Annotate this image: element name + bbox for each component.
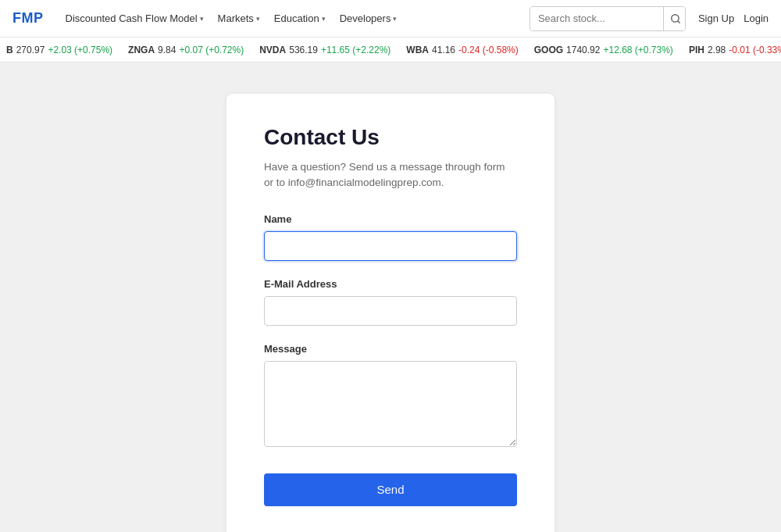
navbar: FMP Discounted Cash Flow Model ▾ Markets… (0, 0, 781, 37)
ticker-item: B 270.97 +2.03 (+0.75%) (6, 45, 112, 55)
chevron-down-icon: ▾ (256, 15, 260, 23)
logo[interactable]: FMP (12, 10, 44, 27)
search-input[interactable] (530, 7, 663, 30)
search-button[interactable] (663, 7, 686, 30)
auth-links: Sign Up Login (698, 12, 769, 24)
nav-education[interactable]: Education ▾ (268, 8, 332, 29)
message-group: Message (264, 343, 517, 450)
ticker-item: WBA 41.16 -0.24 (-0.58%) (406, 45, 518, 55)
nav-links: Discounted Cash Flow Model ▾ Markets ▾ E… (59, 8, 517, 29)
contact-title: Contact Us (264, 125, 517, 150)
signup-link[interactable]: Sign Up (698, 12, 734, 24)
name-input[interactable] (264, 231, 517, 261)
ticker-item: PIH 2.98 -0.01 (-0.33%) (689, 45, 781, 55)
name-group: Name (264, 213, 517, 261)
svg-line-1 (678, 20, 680, 23)
search-wrapper (530, 6, 686, 31)
search-icon (670, 13, 681, 24)
chevron-down-icon: ▾ (322, 15, 326, 23)
ticker-item: ZNGA 9.84 +0.07 (+0.72%) (128, 45, 244, 55)
send-button[interactable]: Send (264, 473, 517, 506)
nav-dcf[interactable]: Discounted Cash Flow Model ▾ (59, 8, 210, 29)
ticker-item: GOOG 1740.92 +12.68 (+0.73%) (534, 45, 673, 55)
nav-developers[interactable]: Developers ▾ (333, 8, 404, 29)
login-link[interactable]: Login (744, 12, 769, 24)
chevron-down-icon: ▾ (200, 15, 204, 23)
main-content: Contact Us Have a question? Send us a me… (0, 62, 781, 532)
name-label: Name (264, 213, 517, 225)
ticker-tape: B 270.97 +2.03 (+0.75%) ZNGA 9.84 +0.07 … (0, 37, 781, 62)
chevron-down-icon: ▾ (393, 15, 397, 23)
contact-card: Contact Us Have a question? Send us a me… (226, 94, 555, 532)
email-label: E-Mail Address (264, 278, 517, 290)
contact-description: Have a question? Send us a message throu… (264, 159, 517, 191)
ticker-item: NVDA 536.19 +11.65 (+2.22%) (259, 45, 390, 55)
message-label: Message (264, 343, 517, 355)
email-group: E-Mail Address (264, 278, 517, 326)
email-input[interactable] (264, 296, 517, 326)
message-textarea[interactable] (264, 361, 517, 447)
nav-markets[interactable]: Markets ▾ (212, 8, 266, 29)
